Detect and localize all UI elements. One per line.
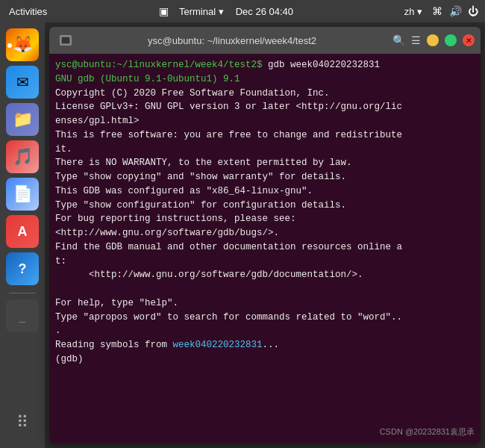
terminal-window: ysc@ubuntu: ~/linuxkernel/week4/test2 🔍 …	[49, 27, 481, 444]
music-icon[interactable]: 🎵	[6, 140, 39, 173]
network-icon[interactable]: ⌘	[431, 5, 443, 17]
sidebar: 🦊 ✉ 📁 🎵 📄 A ? _ ⠿	[0, 22, 45, 448]
titlebar-actions: 🔍 ☰ ✕	[392, 34, 475, 46]
terminal-sidebar-icon[interactable]: _	[6, 299, 39, 332]
line-gdb-prompt: (gdb)	[55, 352, 475, 367]
help-icon[interactable]: ?	[6, 252, 39, 285]
line-no-warranty: There is NO WARRANTY, to the extent perm…	[55, 156, 475, 170]
line-bug-url: <http://www.gnu.org/software/gdb/bugs/>.	[55, 226, 475, 240]
volume-icon[interactable]: 🔊	[449, 5, 461, 17]
line-doc-url: <http://www.gnu.org/software/gdb/documen…	[55, 268, 475, 282]
terminal-title: ysc@ubuntu: ~/linuxkernel/week4/test2	[76, 35, 388, 46]
minimize-button[interactable]	[427, 34, 439, 46]
line-reading-symbols: Reading symbols from week040220232831...	[55, 338, 475, 352]
power-icon[interactable]: ⏻	[467, 5, 479, 17]
line-prompt-cmd: ysc@ubuntu:~/linuxkernel/week4/test2$ gd…	[55, 58, 475, 72]
line-configured: This GDB was configured as "x86_64-linux…	[55, 184, 475, 199]
mail-icon[interactable]: ✉	[6, 66, 39, 99]
search-icon[interactable]: 🔍	[392, 34, 405, 46]
files-icon[interactable]: 📁	[6, 103, 39, 136]
maximize-button[interactable]	[445, 34, 457, 46]
line-bug-report: For bug reporting instructions, please s…	[55, 212, 475, 226]
terminal-label[interactable]: Terminal ▾	[176, 4, 227, 19]
terminal-output: ysc@ubuntu:~/linuxkernel/week4/test2$ gd…	[55, 58, 475, 367]
active-dot	[7, 43, 12, 48]
svg-rect-1	[62, 37, 69, 43]
line-free-software2: it.	[55, 143, 475, 157]
docs-icon[interactable]: 📄	[6, 178, 39, 211]
activities-button[interactable]: Activities	[6, 4, 50, 19]
sidebar-item-help[interactable]: ?	[6, 252, 39, 287]
sidebar-item-mail[interactable]: ✉	[6, 66, 39, 100]
topbar-left: Activities	[6, 4, 50, 19]
line-help: For help, type "help".	[55, 296, 475, 311]
close-button[interactable]: ✕	[463, 34, 475, 46]
line-show-config: Type "show configuration" for configurat…	[55, 199, 475, 213]
terminal-titlebar: ysc@ubuntu: ~/linuxkernel/week4/test2 🔍 …	[49, 27, 481, 54]
line-free-software: This is free software: you are free to c…	[55, 128, 475, 143]
line-apropos: Type "apropos word" to search for comman…	[55, 311, 475, 325]
terminal-icon: ▣	[158, 5, 170, 17]
cmd-text: gdb week040220232831	[263, 60, 381, 70]
sidebar-divider	[9, 293, 36, 293]
topbar-center: ▣ Terminal ▾ Dec 26 04:40	[158, 4, 293, 19]
topbar: Activities ▣ Terminal ▾ Dec 26 04:40 zh …	[0, 0, 485, 22]
watermark: CSDN @20232831袁思承	[380, 426, 475, 438]
line-gdb-version: GNU gdb (Ubuntu 9.1-0ubuntu1) 9.1	[55, 72, 475, 87]
line-show-copying: Type "show copying" and "show warranty" …	[55, 170, 475, 184]
sidebar-item-firefox[interactable]: 🦊	[6, 28, 39, 63]
topbar-right: zh ▾ ⌘ 🔊 ⏻	[401, 4, 479, 19]
symbol-file: week040220232831	[173, 340, 263, 350]
apps-icon[interactable]: ⠿	[6, 406, 39, 439]
terminal-title-icon	[60, 35, 72, 46]
sidebar-item-music[interactable]: 🎵	[6, 140, 39, 175]
software-icon[interactable]: A	[6, 215, 39, 248]
sidebar-item-terminal[interactable]: _	[6, 299, 39, 334]
sidebar-item-docs[interactable]: 📄	[6, 178, 39, 212]
line-blank	[55, 282, 475, 296]
prompt-text: ysc@ubuntu:~/linuxkernel/week4/test2$	[55, 60, 263, 70]
sidebar-item-apps[interactable]: ⠿	[6, 406, 39, 441]
line-apropos2: .	[55, 324, 475, 338]
terminal-wrap: ysc@ubuntu: ~/linuxkernel/week4/test2 🔍 …	[45, 22, 485, 448]
lang-button[interactable]: zh ▾	[401, 4, 425, 19]
line-license2: enses/gpl.html>	[55, 114, 475, 128]
line-license1: License GPLv3+: GNU GPL version 3 or lat…	[55, 100, 475, 114]
main-area: 🦊 ✉ 📁 🎵 📄 A ? _ ⠿	[0, 22, 485, 448]
datetime-display: Dec 26 04:40	[236, 6, 293, 17]
hamburger-icon[interactable]: ☰	[411, 34, 421, 46]
terminal-body[interactable]: ysc@ubuntu:~/linuxkernel/week4/test2$ gd…	[49, 54, 481, 444]
line-copyright: Copyright (C) 2020 Free Software Foundat…	[55, 87, 475, 101]
sidebar-item-software[interactable]: A	[6, 215, 39, 249]
line-manual: Find the GDB manual and other documentat…	[55, 240, 475, 255]
sidebar-item-files[interactable]: 📁	[6, 103, 39, 137]
line-manual2: t:	[55, 255, 475, 269]
